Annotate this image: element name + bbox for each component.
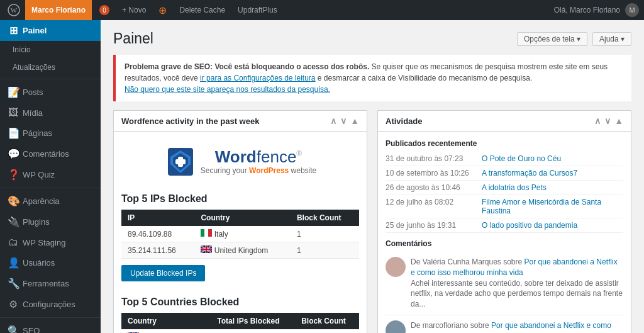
- wordfence-brand: Wordfence®: [201, 149, 317, 165]
- activity-link-1[interactable]: O Pote de Ouro no Céu: [482, 154, 561, 163]
- wordfence-tagline: Securing your WordPress website: [201, 166, 317, 175]
- screen-options-button[interactable]: Opções de tela ▾: [517, 32, 587, 46]
- admin-bar-new[interactable]: + Novo: [117, 3, 151, 17]
- list-item: De Valéria Cunha Marques sobre Por que a…: [386, 252, 623, 315]
- activity-link-5[interactable]: O lado positivo da pandemia: [482, 221, 577, 230]
- divider-3: [0, 317, 101, 318]
- site-name-label: Marco Floriano: [31, 6, 86, 14]
- admin-bar-right: Olá, Marco Floriano M: [554, 3, 639, 17]
- wordfence-logo-area: Wordfence® Securing your WordPress websi…: [121, 139, 359, 187]
- wp-logo[interactable]: W: [5, 1, 23, 19]
- comments-title: Comentários: [386, 239, 623, 248]
- plugins-icon: 🔌: [8, 216, 19, 228]
- aparencia-label: Aparência: [23, 196, 60, 206]
- delete-cache-label: Delete Cache: [179, 6, 225, 14]
- media-icon: 🖼: [8, 107, 19, 118]
- posts-label: Posts: [23, 87, 43, 97]
- wordfence-widget: Wordfence activity in the past week ∧ ∨ …: [113, 110, 367, 333]
- flag-uk-icon: [201, 246, 212, 253]
- users-icon: 👤: [8, 257, 19, 269]
- list-item: 31 de outubro às 07:23 O Pote de Ouro no…: [386, 152, 623, 166]
- pages-icon: 📄: [8, 127, 19, 139]
- wordfence-logo: Wordfence® Securing your WordPress websi…: [121, 145, 359, 178]
- new-label: + Novo: [122, 6, 146, 14]
- sidebar-item-aparencia[interactable]: 🎨 Aparência: [0, 191, 101, 212]
- expand-icon[interactable]: ∨: [340, 116, 347, 126]
- top-ips-title: Top 5 IPs Blocked: [121, 193, 359, 205]
- top-countries-tbody: United Kingdom 1 1: [121, 329, 359, 333]
- block-count-c1: 1: [295, 329, 359, 333]
- comentarios-label: Comentários: [23, 149, 69, 159]
- admin-bar-site-name[interactable]: Marco Floriano: [25, 0, 92, 20]
- atividade-close-icon[interactable]: ▲: [614, 116, 623, 126]
- activity-link-4[interactable]: Filme Amor e Misericórdia de Santa Faust…: [482, 198, 623, 215]
- sidebar-item-seo[interactable]: 🔍 SEO: [0, 320, 101, 333]
- col-block-count2: Block Count: [295, 313, 359, 329]
- tools-icon: 🔧: [8, 278, 19, 290]
- sidebar-item-ferramentas[interactable]: 🔧 Ferramentas: [0, 273, 101, 294]
- ferramentas-label: Ferramentas: [23, 279, 69, 288]
- sidebar-item-usuarios[interactable]: 👤 Usuários: [0, 252, 101, 273]
- list-item: 12 de julho às 08:02 Filme Amor e Miseri…: [386, 195, 623, 218]
- list-item: 26 de agosto às 10:46 A idolatria dos Pe…: [386, 181, 623, 195]
- svg-rect-7: [201, 229, 204, 237]
- sidebar-item-wpquiz[interactable]: ❓ WP Quiz: [0, 164, 101, 185]
- atividade-widget-body: Publicados recentemente 31 de outubro às…: [378, 132, 631, 333]
- activity-link-2[interactable]: A transformação da Cursos7: [482, 169, 577, 178]
- top-countries-thead: Country Total IPs Blocked Block Count: [121, 313, 359, 329]
- sidebar-item-configuracoes[interactable]: ⚙ Configurações: [0, 294, 101, 315]
- sidebar-item-paginas[interactable]: 📄 Páginas: [0, 123, 101, 144]
- admin-bar-wordfence-icon[interactable]: ⊕: [153, 2, 172, 19]
- close-icon[interactable]: ▲: [350, 116, 359, 126]
- atualizacoes-label: Atualizações: [13, 63, 55, 72]
- sidebar-item-midia[interactable]: 🖼 Mídia: [0, 103, 101, 123]
- comment-text-2: De marcofloriano sobre Por que abandonei…: [411, 320, 623, 333]
- commenter-avatar-1: [386, 257, 406, 277]
- comments-section: Comentários De Valéria Cunha Marques sob…: [386, 239, 623, 333]
- inicio-label: Início: [13, 45, 31, 54]
- sidebar-item-inicio[interactable]: Início: [0, 41, 101, 59]
- admin-greeting: Olá, Marco Floriano: [554, 6, 620, 14]
- activity-link-3[interactable]: A idolatria dos Pets: [482, 183, 547, 192]
- comment-intro-2: De marcofloriano sobre: [411, 321, 491, 330]
- top-ips-header-row: IP Country Block Count: [121, 210, 359, 226]
- sidebar-item-plugins[interactable]: 🔌 Plugins: [0, 212, 101, 232]
- sidebar-item-wpstaging[interactable]: 🗂 WP Staging: [0, 232, 101, 252]
- wordfence-widget-title: Wordfence activity in the past week: [121, 116, 259, 126]
- sidebar-item-comentarios[interactable]: 💬 Comentários: [0, 144, 101, 164]
- list-item: De marcofloriano sobre Por que abandonei…: [386, 315, 623, 333]
- update-blocked-ips-button[interactable]: Update Blocked IPs: [121, 265, 205, 281]
- atividade-expand-icon[interactable]: ∨: [604, 116, 611, 126]
- wpstaging-label: WP Staging: [23, 238, 65, 247]
- wp-wrapper: ⊞ Painel Início Atualizações 📝 Posts 🖼 M…: [0, 20, 644, 333]
- sidebar-item-posts[interactable]: 📝 Posts: [0, 82, 101, 103]
- wordfence-icon: ⊕: [158, 4, 167, 16]
- seo-alert: Problema grave de SEO: Você está bloquea…: [113, 55, 631, 101]
- help-button[interactable]: Ajuda ▾: [592, 32, 631, 46]
- country-cell-1: Italy: [194, 226, 290, 242]
- settings-icon: ⚙: [8, 298, 19, 310]
- sidebar-header-painel[interactable]: ⊞ Painel: [0, 20, 101, 41]
- admin-avatar[interactable]: M: [625, 3, 639, 17]
- admin-bar-notifications[interactable]: 0: [94, 3, 114, 18]
- admin-bar-delete-cache[interactable]: Delete Cache: [174, 3, 230, 17]
- count-cell-2: 1: [291, 242, 359, 259]
- col-country: Country: [194, 210, 290, 226]
- alert-link-2[interactable]: Não quero que este site apareça nos resu…: [125, 85, 330, 94]
- atividade-widget-title: Atividade: [386, 116, 423, 126]
- atividade-widget-header: Atividade ∧ ∨ ▲: [378, 111, 631, 132]
- collapse-icon[interactable]: ∧: [330, 116, 336, 126]
- list-item: 25 de junho às 19:31 O lado positivo da …: [386, 218, 623, 233]
- top-ips-tbody: 89.46.109.88 Italy 1: [121, 226, 359, 259]
- admin-bar-updraft[interactable]: UpdraftPlus: [233, 3, 282, 17]
- comments-icon: 💬: [8, 148, 19, 160]
- sidebar-item-atualizacoes[interactable]: Atualizações: [0, 59, 101, 76]
- alert-link-1[interactable]: ir para as Configurações de leitura: [200, 74, 315, 82]
- posts-icon: 📝: [8, 86, 19, 98]
- widget-controls: ∧ ∨ ▲: [330, 116, 359, 126]
- atividade-collapse-icon[interactable]: ∧: [594, 116, 601, 126]
- col-blockcount: Block Count: [291, 210, 359, 226]
- list-item: 10 de setembro às 10:26 A transformação …: [386, 166, 623, 181]
- sidebar-painel-label: Painel: [23, 26, 47, 35]
- count-cell-1: 1: [291, 226, 359, 242]
